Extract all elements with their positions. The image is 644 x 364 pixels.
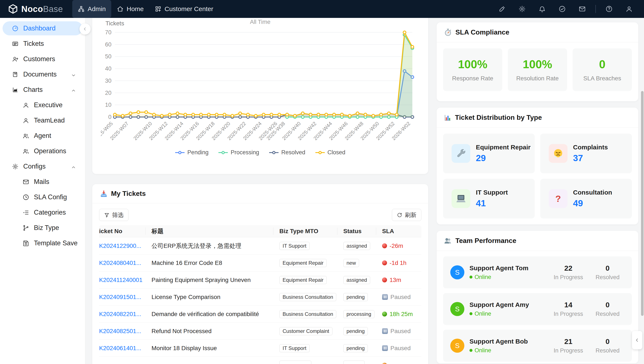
biz-type-badge: Equipment Repair — [280, 259, 327, 267]
table-row[interactable]: K2024082501... Refund Not Processed Cust… — [99, 323, 421, 340]
ticket-no-link[interactable]: K202411240001 — [99, 276, 142, 283]
navbar-help-circle-button[interactable] — [602, 2, 616, 16]
angry-face-icon — [549, 144, 568, 163]
filter-button[interactable]: 筛选 — [99, 209, 128, 221]
navbar-divider — [596, 5, 596, 13]
chart-range-label: All Time — [101, 19, 420, 25]
legend-resolved[interactable]: Resolved — [269, 149, 306, 156]
sidebar-item-categories[interactable]: Categories — [2, 206, 82, 220]
sidebar-item-configs[interactable]: Configs — [2, 160, 82, 174]
distribution-tile: ? Consultation 49 — [540, 179, 632, 218]
navbar-gear-button[interactable] — [515, 2, 529, 16]
navbar-check-circle-button[interactable] — [555, 2, 569, 16]
distribution-value: 37 — [573, 153, 608, 163]
home-icon — [117, 6, 124, 12]
legend-processing[interactable]: Processing — [218, 149, 259, 156]
nocobase-logo[interactable]: NocoBase — [8, 4, 63, 14]
pause-icon — [382, 345, 388, 351]
navbar-user-button[interactable] — [622, 2, 636, 16]
navbar-mail-button[interactable] — [576, 2, 589, 16]
sidebar-item-executive[interactable]: Executive — [2, 98, 82, 112]
online-dot-icon — [470, 276, 472, 278]
svg-text:?: ? — [555, 194, 561, 204]
sidebar-item-tickets[interactable]: Tickets — [2, 37, 82, 51]
sla-status: Paused — [382, 328, 421, 334]
sla-stat-tile: 100% Resolution Rate — [508, 48, 567, 91]
bar-chart-icon — [444, 114, 452, 122]
distribution-tile: Equipment Repair 29 — [443, 134, 535, 173]
pause-icon — [382, 294, 388, 300]
sla-status: Paused — [382, 294, 421, 300]
agent-row: S Support Agent Bob Online 21In Progress… — [443, 330, 632, 362]
sidebar-item-mails[interactable]: Mails — [2, 175, 82, 189]
navbar-bell-button[interactable] — [535, 2, 549, 16]
chevron-left-icon — [82, 26, 88, 32]
online-dot-icon — [470, 312, 472, 315]
svg-text:60: 60 — [105, 41, 112, 48]
ticket-no-link[interactable]: K2024082201... — [99, 311, 141, 317]
table-row[interactable]: K202411240001 Painting Equipment Sprayin… — [99, 272, 421, 288]
tickets-table: icket No标题Biz Type MTOStatusSLA K2024122… — [99, 225, 421, 364]
ticket-no-link[interactable]: K2024091501... — [99, 294, 141, 300]
legend-closed[interactable]: Closed — [315, 149, 346, 156]
refresh-button[interactable]: 刷新 — [392, 209, 421, 221]
branch-icon — [22, 224, 29, 231]
table-row[interactable]: K2024061401... Monitor 18 Display Issue … — [99, 340, 421, 357]
legend-marker-icon — [269, 151, 279, 154]
svg-text:20: 20 — [105, 90, 112, 96]
sidebar-item-documents[interactable]: Documents — [2, 67, 82, 82]
table-row[interactable]: K2024122900... 公司ERP系统无法登录，急需处理 IT Suppo… — [99, 238, 421, 254]
sidebar-item-agent[interactable]: Agent — [2, 129, 82, 143]
sidebar: Dashboard Tickets Customers Documents Ch… — [0, 18, 85, 364]
sidebar-item-teamlead[interactable]: TeamLead — [2, 114, 82, 128]
sidebar-item-template-save[interactable]: Template Save — [2, 236, 82, 250]
resolved-label: Resolved — [593, 348, 622, 354]
biz-type-badge: Customer Complaint — [280, 327, 332, 335]
page-scrollbar[interactable] — [641, 91, 644, 316]
sidebar-collapse-button[interactable] — [80, 24, 90, 34]
table-row[interactable] — [99, 357, 421, 364]
sidebar-item-sla-config[interactable]: SLA Config — [2, 190, 82, 204]
ticket-distribution-card: Ticket Distribution by Type Equipment Re… — [437, 108, 638, 224]
right-panel-collapse-handle[interactable] — [632, 331, 642, 349]
legend-marker-icon — [315, 151, 325, 154]
team-performance-title: Team Performance — [456, 237, 516, 245]
in-progress-count: 22 — [554, 264, 583, 272]
agent-row: S Support Agent Amy Online 14In Progress… — [443, 293, 632, 325]
nav-tab-customer-center[interactable]: Customer Center — [149, 0, 219, 18]
stat-value: 100% — [523, 58, 552, 71]
svg-text:30: 30 — [105, 78, 112, 84]
navbar-highlighter-button[interactable] — [495, 2, 509, 16]
nav-tab-admin[interactable]: Admin — [72, 0, 111, 18]
ticket-title: Machine 16 Error Code E8 — [146, 260, 274, 266]
ticket-no-link[interactable]: K2024061401... — [99, 345, 141, 352]
table-row[interactable]: K2024082201... Demande de vérification d… — [99, 306, 421, 323]
ticket-no-link[interactable]: K2024122900... — [99, 242, 141, 249]
status-badge: pending — [343, 293, 368, 301]
in-progress-count: 21 — [554, 337, 583, 346]
help-circle-icon — [606, 5, 613, 12]
sla-stat-tile: 0 SLA Breaches — [572, 48, 632, 91]
green-dot-icon — [382, 312, 387, 316]
chart-legend: Pending Processing Resolved Closed — [101, 149, 420, 156]
agent-name: Support Agent Amy — [470, 301, 529, 308]
sidebar-item-operations[interactable]: Operations — [2, 144, 82, 158]
status-badge: new — [343, 259, 359, 267]
chevron-up-icon — [71, 88, 76, 93]
sidebar-item-charts[interactable]: Charts — [2, 83, 82, 97]
ticket-no-link[interactable]: K2024080401... — [99, 260, 141, 266]
avatar: S — [450, 339, 464, 353]
sidebar-item-dashboard[interactable]: Dashboard — [2, 21, 82, 36]
sidebar-item-biz-type[interactable]: Biz Type — [2, 221, 82, 235]
table-row[interactable]: K2024091501... License Type Comparison B… — [99, 288, 421, 306]
status-badge: assigned — [343, 276, 370, 284]
ticket-no-link[interactable]: K2024082501... — [99, 328, 141, 334]
legend-pending[interactable]: Pending — [175, 149, 208, 156]
stat-label: SLA Breaches — [583, 75, 621, 82]
nav-tab-home[interactable]: Home — [111, 0, 149, 18]
svg-text:70: 70 — [105, 29, 112, 36]
status-badge: assigned — [343, 242, 370, 250]
pause-icon — [382, 328, 388, 334]
sidebar-item-customers[interactable]: Customers — [2, 52, 82, 66]
table-row[interactable]: K2024080401... Machine 16 Error Code E8 … — [99, 254, 421, 272]
